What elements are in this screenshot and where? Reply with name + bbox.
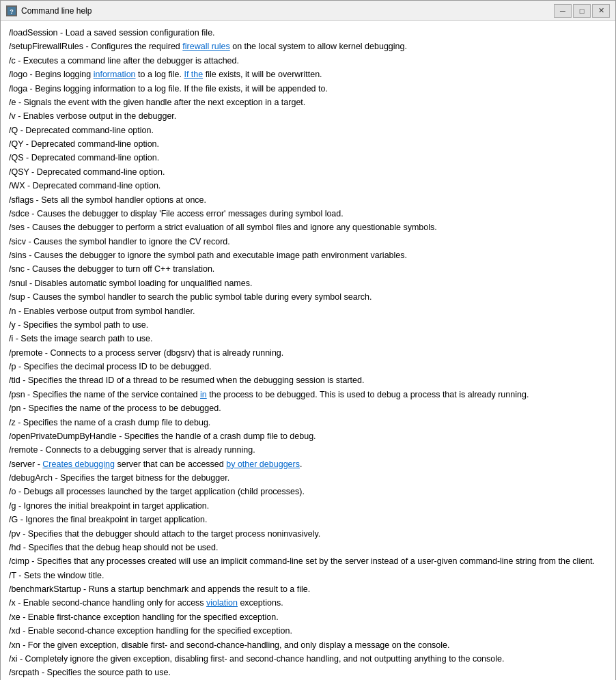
line-40: /T - Sets the window title. <box>9 569 607 582</box>
line-47: /srcpath - Specifies the source path to … <box>9 666 607 679</box>
line-23: /i - Sets the image search path to use. <box>9 332 607 345</box>
line-9: /QY - Deprecated command-line option. <box>9 138 607 151</box>
line-11: /QSY - Deprecated command-line option. <box>9 166 607 179</box>
line-5: /loga - Begins logging information to a … <box>9 83 607 96</box>
line-21: /n - Enables verbose output from symbol … <box>9 305 607 318</box>
line-13: /sflags - Sets all the symbol handler op… <box>9 194 607 207</box>
line-32: /server - Creates debugging server that … <box>9 458 607 471</box>
line-33: /debugArch - Specifies the target bitnes… <box>9 472 607 485</box>
line-6: /e - Signals the event with the given ha… <box>9 96 607 109</box>
line-39: /cimp - Specifies that any processes cre… <box>9 555 607 568</box>
line-34: /o - Debugs all processes launched by th… <box>9 485 607 498</box>
logo-information-link[interactable]: information <box>94 70 136 79</box>
line-44: /xd - Enable second-chance exception han… <box>9 625 607 638</box>
line-2: /setupFirewallRules - Configures the req… <box>9 40 607 53</box>
line-41: /benchmarkStartup - Runs a startup bench… <box>9 583 607 596</box>
line-12: /WX - Deprecated command-line option. <box>9 180 607 193</box>
title-bar: ? Command line help ─ □ ✕ <box>1 1 615 21</box>
line-35: /g - Ignores the initial breakpoint in t… <box>9 500 607 513</box>
line-42: /x - Enable second-chance handling only … <box>9 597 607 610</box>
logo-if-link[interactable]: If the <box>184 70 203 79</box>
title-bar-left: ? Command line help <box>6 5 92 16</box>
line-18: /snc - Causes the debugger to turn off C… <box>9 263 607 276</box>
line-3: /c - Executes a command line after the d… <box>9 55 607 68</box>
line-16: /sicv - Causes the symbol handler to ign… <box>9 236 607 249</box>
line-28: /pn - Specifies the name of the process … <box>9 402 607 415</box>
window-icon: ? <box>6 5 17 16</box>
line-46: /xi - Completely ignore the given except… <box>9 653 607 666</box>
line-4: /logo - Begins logging information to a … <box>9 68 607 81</box>
maximize-button[interactable]: □ <box>573 4 591 18</box>
line-37: /pv - Specifies that the debugger should… <box>9 528 607 541</box>
line-45: /xn - For the given exception, disable f… <box>9 639 607 652</box>
line-38: /hd - Specifies that the debug heap shou… <box>9 541 607 554</box>
line-25: /p - Specifies the decimal process ID to… <box>9 360 607 373</box>
server-creates-link[interactable]: Creates debugging <box>42 459 115 469</box>
line-7: /v - Enables verbose output in the debug… <box>9 110 607 123</box>
line-19: /snul - Disables automatic symbol loadin… <box>9 277 607 290</box>
line-29: /z - Specifies the name of a crash dump … <box>9 416 607 429</box>
line-43: /xe - Enable first-chance exception hand… <box>9 611 607 624</box>
line-10: /QS - Deprecated command-line option. <box>9 152 607 165</box>
line-1: /loadSession - Load a saved session conf… <box>9 27 607 40</box>
window-title: Command line help <box>21 6 92 16</box>
psn-in-link[interactable]: in <box>200 390 207 399</box>
minimize-button[interactable]: ─ <box>554 4 572 18</box>
line-17: /sins - Causes the debugger to ignore th… <box>9 249 607 262</box>
line-26: /tid - Specifies the thread ID of a thre… <box>9 374 607 387</box>
svg-text:?: ? <box>10 8 14 15</box>
line-15: /ses - Causes the debugger to perform a … <box>9 221 607 234</box>
server-by-link[interactable]: by other debuggers <box>226 459 300 469</box>
content-area: /loadSession - Load a saved session conf… <box>1 21 615 680</box>
line-8: /Q - Deprecated command-line option. <box>9 124 607 137</box>
line-30: /openPrivateDumpByHandle - Specifies the… <box>9 430 607 443</box>
line-27: /psn - Specifies the name of the service… <box>9 388 607 401</box>
line-14: /sdce - Causes the debugger to display '… <box>9 208 607 221</box>
line-20: /sup - Causes the symbol handler to sear… <box>9 291 607 304</box>
firewall-rules-link[interactable]: firewall rules <box>182 42 229 51</box>
line-24: /premote - Connects to a process server … <box>9 347 607 360</box>
close-button[interactable]: ✕ <box>592 4 610 18</box>
violation-link[interactable]: violation <box>206 598 238 608</box>
command-line-help-window: ? Command line help ─ □ ✕ /loadSession -… <box>0 0 616 680</box>
line-36: /G - Ignores the final breakpoint in tar… <box>9 513 607 526</box>
line-22: /y - Specifies the symbol path to use. <box>9 319 607 332</box>
title-bar-controls: ─ □ ✕ <box>554 4 610 18</box>
line-31: /remote - Connects to a debugging server… <box>9 444 607 457</box>
